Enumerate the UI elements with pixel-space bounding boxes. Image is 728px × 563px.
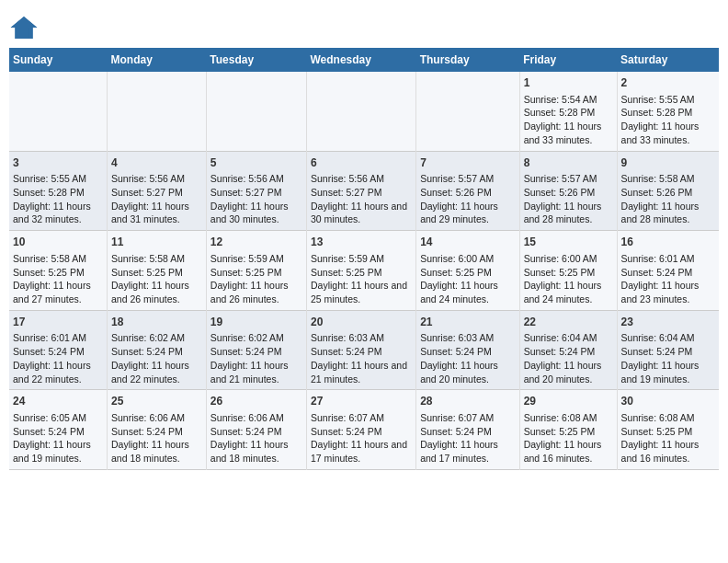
- calendar-body: 1Sunrise: 5:54 AM Sunset: 5:28 PM Daylig…: [9, 72, 719, 469]
- col-header-saturday: Saturday: [617, 48, 719, 72]
- day-info: Sunrise: 6:02 AM Sunset: 5:24 PM Dayligh…: [111, 331, 202, 385]
- calendar-cell: 26Sunrise: 6:06 AM Sunset: 5:24 PM Dayli…: [206, 390, 306, 470]
- calendar-cell: 8Sunrise: 5:57 AM Sunset: 5:26 PM Daylig…: [519, 151, 617, 231]
- day-number: 29: [524, 394, 613, 409]
- calendar-week-row: 10Sunrise: 5:58 AM Sunset: 5:25 PM Dayli…: [9, 231, 719, 311]
- day-number: 24: [13, 394, 103, 409]
- day-number: 18: [111, 315, 202, 330]
- day-number: 13: [311, 235, 412, 250]
- day-number: 21: [420, 315, 515, 330]
- calendar-cell: 21Sunrise: 6:03 AM Sunset: 5:24 PM Dayli…: [416, 310, 519, 390]
- calendar-cell: [206, 72, 306, 151]
- calendar-cell: 18Sunrise: 6:02 AM Sunset: 5:24 PM Dayli…: [108, 310, 207, 390]
- calendar-week-row: 24Sunrise: 6:05 AM Sunset: 5:24 PM Dayli…: [9, 390, 719, 470]
- day-info: Sunrise: 5:58 AM Sunset: 5:25 PM Dayligh…: [111, 252, 202, 306]
- day-info: Sunrise: 5:55 AM Sunset: 5:28 PM Dayligh…: [621, 93, 715, 147]
- calendar-cell: 20Sunrise: 6:03 AM Sunset: 5:24 PM Dayli…: [306, 310, 415, 390]
- logo-icon: [9, 13, 39, 42]
- day-info: Sunrise: 6:08 AM Sunset: 5:25 PM Dayligh…: [621, 411, 715, 465]
- day-info: Sunrise: 6:00 AM Sunset: 5:25 PM Dayligh…: [420, 252, 515, 306]
- calendar-cell: 9Sunrise: 5:58 AM Sunset: 5:26 PM Daylig…: [617, 151, 719, 231]
- col-header-sunday: Sunday: [9, 48, 108, 72]
- day-info: Sunrise: 6:02 AM Sunset: 5:24 PM Dayligh…: [210, 331, 302, 385]
- day-number: 5: [210, 155, 302, 171]
- day-info: Sunrise: 6:01 AM Sunset: 5:24 PM Dayligh…: [13, 331, 103, 385]
- calendar-cell: 23Sunrise: 6:04 AM Sunset: 5:24 PM Dayli…: [617, 310, 719, 390]
- day-number: 14: [420, 235, 515, 250]
- calendar-cell: [9, 72, 108, 151]
- calendar-cell: 28Sunrise: 6:07 AM Sunset: 5:24 PM Dayli…: [416, 390, 519, 470]
- calendar-week-row: 3Sunrise: 5:55 AM Sunset: 5:28 PM Daylig…: [9, 151, 719, 231]
- calendar-cell: 29Sunrise: 6:08 AM Sunset: 5:25 PM Dayli…: [519, 390, 617, 470]
- day-info: Sunrise: 5:58 AM Sunset: 5:25 PM Dayligh…: [13, 252, 103, 306]
- day-number: 23: [621, 315, 715, 330]
- day-info: Sunrise: 6:03 AM Sunset: 5:24 PM Dayligh…: [420, 331, 515, 385]
- day-info: Sunrise: 5:56 AM Sunset: 5:27 PM Dayligh…: [111, 172, 202, 226]
- day-number: 12: [210, 235, 302, 250]
- day-info: Sunrise: 6:03 AM Sunset: 5:24 PM Dayligh…: [311, 331, 412, 385]
- calendar-cell: 30Sunrise: 6:08 AM Sunset: 5:25 PM Dayli…: [617, 390, 719, 470]
- day-number: 25: [111, 394, 202, 409]
- calendar-cell: 16Sunrise: 6:01 AM Sunset: 5:24 PM Dayli…: [617, 231, 719, 311]
- calendar-cell: 7Sunrise: 5:57 AM Sunset: 5:26 PM Daylig…: [416, 151, 519, 231]
- calendar-cell: 12Sunrise: 5:59 AM Sunset: 5:25 PM Dayli…: [206, 231, 306, 311]
- calendar-cell: 6Sunrise: 5:56 AM Sunset: 5:27 PM Daylig…: [306, 151, 415, 231]
- day-number: 6: [311, 155, 412, 171]
- calendar-cell: [108, 72, 207, 151]
- calendar-cell: 24Sunrise: 6:05 AM Sunset: 5:24 PM Dayli…: [9, 390, 108, 470]
- day-number: 26: [210, 394, 302, 409]
- col-header-monday: Monday: [108, 48, 207, 72]
- day-info: Sunrise: 5:58 AM Sunset: 5:26 PM Dayligh…: [621, 172, 715, 226]
- calendar-cell: [416, 72, 519, 151]
- col-header-thursday: Thursday: [416, 48, 519, 72]
- day-info: Sunrise: 6:07 AM Sunset: 5:24 PM Dayligh…: [311, 411, 412, 465]
- day-info: Sunrise: 5:59 AM Sunset: 5:25 PM Dayligh…: [210, 252, 302, 306]
- day-number: 17: [13, 315, 103, 330]
- calendar-week-row: 17Sunrise: 6:01 AM Sunset: 5:24 PM Dayli…: [9, 310, 719, 390]
- calendar-cell: 10Sunrise: 5:58 AM Sunset: 5:25 PM Dayli…: [9, 231, 108, 311]
- calendar-cell: 25Sunrise: 6:06 AM Sunset: 5:24 PM Dayli…: [108, 390, 207, 470]
- calendar-cell: 17Sunrise: 6:01 AM Sunset: 5:24 PM Dayli…: [9, 310, 108, 390]
- day-number: 16: [621, 235, 715, 250]
- day-number: 20: [311, 315, 412, 330]
- calendar-cell: 13Sunrise: 5:59 AM Sunset: 5:25 PM Dayli…: [306, 231, 415, 311]
- day-number: 10: [13, 235, 103, 250]
- day-info: Sunrise: 6:07 AM Sunset: 5:24 PM Dayligh…: [420, 411, 515, 465]
- day-info: Sunrise: 6:08 AM Sunset: 5:25 PM Dayligh…: [524, 411, 613, 465]
- calendar-week-row: 1Sunrise: 5:54 AM Sunset: 5:28 PM Daylig…: [9, 72, 719, 151]
- day-info: Sunrise: 6:06 AM Sunset: 5:24 PM Dayligh…: [210, 411, 302, 465]
- day-info: Sunrise: 5:56 AM Sunset: 5:27 PM Dayligh…: [210, 172, 302, 226]
- day-info: Sunrise: 6:04 AM Sunset: 5:24 PM Dayligh…: [621, 331, 715, 385]
- day-number: 22: [524, 315, 613, 330]
- calendar-cell: 14Sunrise: 6:00 AM Sunset: 5:25 PM Dayli…: [416, 231, 519, 311]
- calendar-cell: [306, 72, 415, 151]
- col-header-tuesday: Tuesday: [206, 48, 306, 72]
- day-number: 11: [111, 235, 202, 250]
- day-info: Sunrise: 5:56 AM Sunset: 5:27 PM Dayligh…: [311, 172, 412, 226]
- calendar-cell: 19Sunrise: 6:02 AM Sunset: 5:24 PM Dayli…: [206, 310, 306, 390]
- calendar-cell: 27Sunrise: 6:07 AM Sunset: 5:24 PM Dayli…: [306, 390, 415, 470]
- day-number: 1: [524, 75, 613, 91]
- day-info: Sunrise: 5:57 AM Sunset: 5:26 PM Dayligh…: [524, 172, 613, 226]
- logo: [9, 9, 40, 42]
- day-number: 19: [210, 315, 302, 330]
- day-info: Sunrise: 5:59 AM Sunset: 5:25 PM Dayligh…: [311, 252, 412, 306]
- day-info: Sunrise: 5:54 AM Sunset: 5:28 PM Dayligh…: [524, 93, 613, 147]
- calendar-cell: 3Sunrise: 5:55 AM Sunset: 5:28 PM Daylig…: [9, 151, 108, 231]
- calendar-cell: 2Sunrise: 5:55 AM Sunset: 5:28 PM Daylig…: [617, 72, 719, 151]
- page-header: [9, 9, 719, 42]
- day-info: Sunrise: 6:06 AM Sunset: 5:24 PM Dayligh…: [111, 411, 202, 465]
- day-number: 3: [13, 155, 103, 171]
- day-info: Sunrise: 5:57 AM Sunset: 5:26 PM Dayligh…: [420, 172, 515, 226]
- day-number: 7: [420, 155, 515, 171]
- day-info: Sunrise: 6:01 AM Sunset: 5:24 PM Dayligh…: [621, 252, 715, 306]
- calendar-cell: 4Sunrise: 5:56 AM Sunset: 5:27 PM Daylig…: [108, 151, 207, 231]
- calendar-cell: 22Sunrise: 6:04 AM Sunset: 5:24 PM Dayli…: [519, 310, 617, 390]
- calendar-cell: 15Sunrise: 6:00 AM Sunset: 5:25 PM Dayli…: [519, 231, 617, 311]
- day-info: Sunrise: 6:00 AM Sunset: 5:25 PM Dayligh…: [524, 252, 613, 306]
- day-header-row: SundayMondayTuesdayWednesdayThursdayFrid…: [9, 48, 719, 72]
- calendar-cell: 11Sunrise: 5:58 AM Sunset: 5:25 PM Dayli…: [108, 231, 207, 311]
- day-info: Sunrise: 6:05 AM Sunset: 5:24 PM Dayligh…: [13, 411, 103, 465]
- col-header-friday: Friday: [519, 48, 617, 72]
- day-number: 4: [111, 155, 202, 171]
